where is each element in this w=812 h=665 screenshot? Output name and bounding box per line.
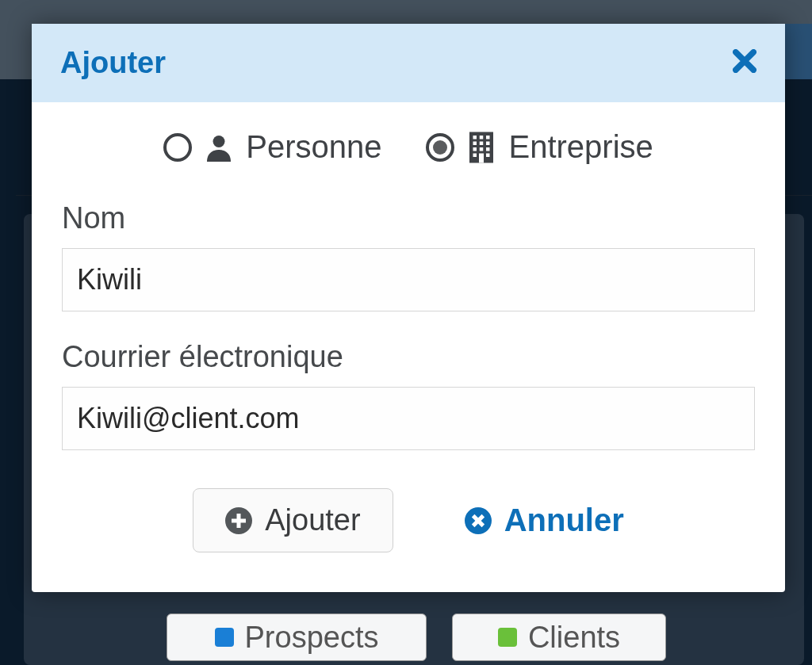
clients-color-swatch — [498, 628, 517, 647]
form-group-name: Nom — [62, 201, 755, 311]
modal-header: Ajouter — [32, 24, 785, 102]
add-button[interactable]: Ajouter — [193, 488, 393, 552]
svg-rect-3 — [480, 136, 484, 139]
add-button-label: Ajouter — [265, 503, 360, 537]
x-circle-icon — [465, 507, 492, 534]
modal-title: Ajouter — [60, 46, 166, 80]
plus-circle-icon — [225, 507, 252, 534]
svg-rect-8 — [473, 147, 477, 151]
close-icon[interactable] — [733, 46, 756, 80]
svg-point-0 — [213, 136, 225, 147]
radio-person-circle — [163, 133, 192, 162]
cancel-button[interactable]: Annuler — [465, 503, 624, 538]
clients-label: Clients — [528, 621, 620, 655]
contact-type-radio-group: Personne Entre — [62, 129, 755, 165]
cancel-button-label: Annuler — [504, 503, 624, 538]
prospects-color-swatch — [215, 628, 234, 647]
bg-prospects-button: Prospects — [167, 613, 427, 661]
modal-actions: Ajouter Annuler — [62, 488, 755, 552]
email-input[interactable] — [62, 387, 755, 450]
radio-company-circle — [426, 133, 454, 162]
name-input[interactable] — [62, 248, 755, 311]
svg-rect-10 — [486, 147, 490, 151]
svg-rect-7 — [486, 141, 490, 145]
radio-option-person[interactable]: Personne — [163, 129, 381, 165]
svg-rect-5 — [473, 141, 477, 145]
svg-rect-2 — [473, 136, 477, 139]
svg-rect-6 — [480, 141, 484, 145]
svg-rect-4 — [486, 136, 490, 139]
svg-rect-9 — [480, 147, 484, 151]
radio-company-label: Entreprise — [508, 129, 653, 165]
add-contact-modal: Ajouter Personne — [32, 24, 785, 592]
prospects-label: Prospects — [245, 621, 379, 655]
svg-rect-11 — [473, 153, 477, 157]
person-icon — [205, 132, 233, 163]
bg-clients-button: Clients — [452, 613, 666, 661]
name-label: Nom — [62, 201, 755, 235]
svg-rect-13 — [479, 153, 484, 162]
building-icon — [467, 131, 496, 164]
form-group-email: Courrier électronique — [62, 340, 755, 450]
modal-body: Personne Entre — [32, 102, 785, 592]
radio-option-company[interactable]: Entreprise — [426, 129, 653, 165]
radio-person-label: Personne — [246, 129, 381, 165]
svg-rect-12 — [486, 153, 490, 157]
email-label: Courrier électronique — [62, 340, 755, 374]
